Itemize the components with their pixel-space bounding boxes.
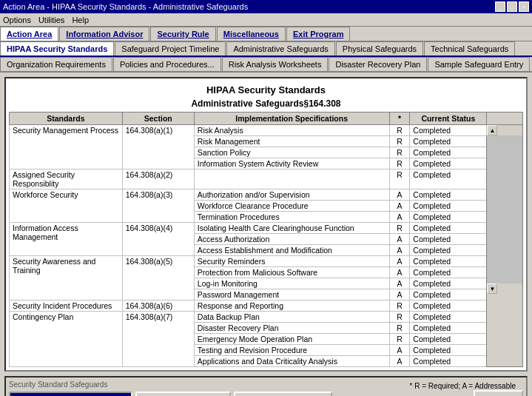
cell-impl: Log-in Monitoring (194, 278, 389, 289)
subtab-disaster-recovery[interactable]: Disaster Recovery Plan (329, 57, 427, 71)
cell-impl: Risk Management (194, 136, 389, 147)
tab-exit-program[interactable]: Exit Program (286, 27, 350, 41)
subtab-admin-safeguards[interactable]: Administrative Safeguards (226, 41, 334, 56)
cell-impl: Security Reminders (194, 256, 389, 267)
title-text: Action Area - HIPAA Security Standards -… (3, 2, 248, 11)
subtab-sample-safeguard[interactable]: Sample Safeguard Entry (428, 57, 530, 71)
cell-star: A (389, 289, 410, 301)
cell-star: R (389, 147, 410, 158)
cell-standards: Information Access Management (10, 223, 123, 256)
cell-status: Completed (410, 256, 487, 267)
cell-star: A (389, 212, 410, 223)
scroll-track (487, 135, 522, 283)
subtab-hipaa-security[interactable]: HIPAA Security Standards (0, 41, 114, 56)
cell-star: R (389, 223, 410, 234)
print-button[interactable]: Print (474, 390, 523, 396)
cell-star: A (389, 256, 410, 267)
cell-impl: Termination Procedures (194, 212, 389, 223)
col-header-section: Section (122, 113, 194, 125)
subtab-physical-safeguards[interactable]: Physical Safeguards (336, 41, 423, 56)
table-row: Information Access Management164.308(a)(… (10, 223, 523, 234)
cell-status: Completed (410, 278, 487, 289)
cell-star: A (389, 278, 410, 289)
bottom-left: Security Standard Safeguards Administrat… (9, 380, 332, 396)
menu-options[interactable]: Options (3, 16, 31, 24)
btn-admin-safeguards[interactable]: Administrative Safeguards (9, 392, 132, 396)
cell-status: Completed (410, 323, 487, 334)
cell-section: 164.308(a)(6) (122, 301, 194, 312)
content-area: HIPAA Security Standards Administrative … (4, 77, 528, 372)
cell-star: R (389, 125, 410, 136)
table-title: HIPAA Security Standards (9, 81, 523, 97)
cell-impl: Applications and Data Criticality Analys… (194, 356, 389, 367)
maximize-button[interactable]: □ (507, 1, 517, 12)
menu-help[interactable]: Help (72, 16, 89, 24)
scroll-down-button[interactable]: ▼ (487, 283, 497, 294)
cell-standards: Contingency Plan (10, 312, 123, 367)
title-bar: Action Area - HIPAA Security Standards -… (0, 0, 532, 13)
subtab-org-requirements[interactable]: Organization Requirements (0, 57, 112, 71)
cell-status: Completed (410, 147, 487, 158)
bottom-right: * R = Required; A = Addressable Print (410, 382, 523, 396)
table-row: Contingency Plan164.308(a)(7)Data Backup… (10, 312, 523, 323)
legend-note: * R = Required; A = Addressable (410, 382, 516, 390)
col-header-status: Current Status (410, 113, 487, 125)
cell-impl: Authorization and/or Supervision (194, 189, 389, 201)
cell-status: Completed (410, 334, 487, 345)
cell-status: Completed (410, 125, 487, 136)
cell-standards: Assigned Security Responsiblity (10, 170, 123, 189)
tab-information-advisor[interactable]: Information Advisor (59, 27, 149, 41)
close-button[interactable]: × (519, 1, 529, 12)
btn-technical-safeguards[interactable]: Technical Safeguards (234, 392, 332, 396)
cell-star: R (389, 136, 410, 147)
cell-impl (194, 170, 389, 189)
tab-security-rule[interactable]: Security Rule (150, 27, 215, 41)
cell-impl: Information System Activity Review (194, 158, 389, 170)
cell-status: Completed (410, 136, 487, 147)
menu-utilities[interactable]: Utilities (38, 16, 64, 24)
cell-status: Completed (410, 189, 487, 201)
cell-star: A (389, 201, 410, 212)
cell-star: A (389, 267, 410, 278)
cell-status: Completed (410, 356, 487, 367)
table-subtitle: Administrative Safeguards§164.308 (9, 97, 523, 112)
cell-impl: Workforce Clearance Procedure (194, 201, 389, 212)
nav-row-2: HIPAA Security Standards Safeguard Proje… (0, 41, 532, 57)
nav-row-1: Action Area Information Advisor Security… (0, 27, 532, 41)
cell-status: Completed (410, 301, 487, 312)
cell-star: R (389, 301, 410, 312)
subtab-safeguard-timeline[interactable]: Safeguard Project Timeline (115, 41, 226, 56)
table-row: Security Management Process164.308(a)(1)… (10, 125, 523, 136)
nav-row-3: Organization Requirements Policies and P… (0, 57, 532, 73)
minimize-button[interactable]: _ (495, 1, 505, 12)
table-row: Assigned Security Responsiblity164.308(a… (10, 170, 523, 189)
btn-physical-safeguards[interactable]: Physical Safeguards (135, 392, 230, 396)
menu-bar: Options Utilities Help (0, 13, 532, 27)
cell-status: Completed (410, 345, 487, 356)
tab-miscellaneous[interactable]: Miscellaneous (217, 27, 286, 41)
cell-status: Completed (410, 158, 487, 170)
cell-star: R (389, 334, 410, 345)
cell-star: A (389, 356, 410, 367)
cell-star: R (389, 312, 410, 323)
cell-status: Completed (410, 201, 487, 212)
subtab-technical-safeguards[interactable]: Technical Safeguards (424, 41, 515, 56)
cell-status: Completed (410, 312, 487, 323)
col-header-star: * (389, 113, 410, 125)
cell-section: 164.308(a)(4) (122, 223, 194, 256)
window-controls: _ □ × (495, 1, 529, 12)
cell-status: Completed (410, 212, 487, 223)
scroll-up-button[interactable]: ▲ (487, 125, 497, 135)
cell-star: A (389, 245, 410, 256)
cell-section: 164.308(a)(7) (122, 312, 194, 367)
cell-status: Completed (410, 234, 487, 245)
cell-impl: Sanction Policy (194, 147, 389, 158)
table-row: Security Awareness and Training164.308(a… (10, 256, 523, 267)
cell-standards: Security Incident Procedures (10, 301, 123, 312)
tab-action-area[interactable]: Action Area (0, 27, 58, 41)
scrollbar-column[interactable]: ▲ ▼ (487, 125, 523, 367)
subtab-risk-analysis[interactable]: Risk Analysis Worksheets (222, 57, 329, 71)
cell-star: A (389, 345, 410, 356)
cell-status: Completed (410, 289, 487, 301)
subtab-policies[interactable]: Policies and Procedures... (113, 57, 221, 71)
